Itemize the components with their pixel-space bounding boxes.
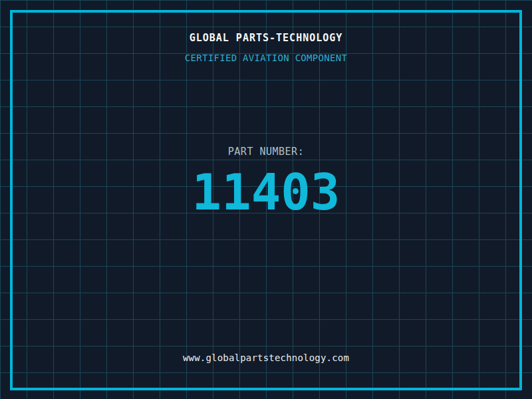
part-number-label: PART NUMBER: — [0, 146, 532, 158]
website-url: www.globalpartstechnology.com — [0, 352, 532, 363]
certificate-panel: GLOBAL PARTS-TECHNOLOGY CERTIFIED AVIATI… — [0, 0, 532, 399]
company-title: GLOBAL PARTS-TECHNOLOGY — [0, 32, 532, 44]
certification-subtitle: CERTIFIED AVIATION COMPONENT — [0, 53, 532, 63]
part-number-value: 11403 — [0, 168, 532, 217]
